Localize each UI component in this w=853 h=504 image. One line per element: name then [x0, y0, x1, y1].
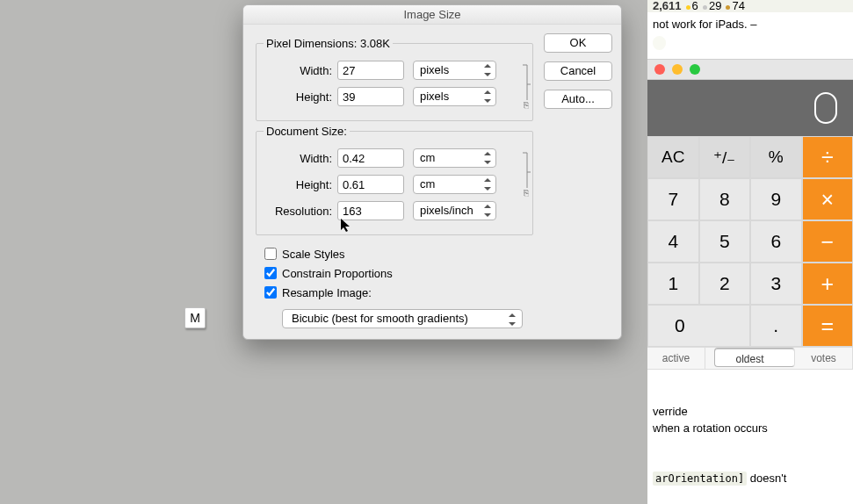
calc-0-button[interactable]: 0	[647, 305, 750, 347]
silver-count: 29	[709, 0, 721, 12]
calc-divide-button[interactable]: ÷	[802, 136, 854, 178]
chevrons-icon	[508, 313, 517, 326]
scale-styles-checkbox[interactable]: Scale Styles	[264, 244, 533, 263]
constrain-bracket-icon: ⎘	[518, 64, 534, 110]
document-size-legend: Document Size:	[264, 125, 350, 138]
calc-2-button[interactable]: 2	[699, 263, 751, 305]
dialog-title: Image Size	[243, 5, 621, 25]
calc-4-button[interactable]: 4	[647, 220, 699, 263]
constrain-label: Constrain Proportions	[282, 267, 393, 280]
px-height-input[interactable]	[337, 87, 404, 106]
gold-count: 6	[692, 0, 698, 12]
tab-active[interactable]: active	[647, 348, 705, 369]
zoom-traffic-light-icon[interactable]	[690, 64, 700, 75]
tab-oldest[interactable]: oldest	[714, 348, 795, 367]
comment-fragment: not work for iPads. –	[647, 12, 853, 59]
gold-dot-icon	[686, 5, 690, 10]
link-icon: ⎘	[524, 188, 529, 198]
chevrons-icon	[483, 64, 492, 76]
close-traffic-light-icon[interactable]	[654, 64, 665, 75]
doc-width-input[interactable]	[337, 148, 404, 168]
pixel-dimensions-group: Pixel Dimensions: 3.08K Width: pixels He…	[256, 37, 533, 121]
answer-fragment: verride when a rotation occurs arOrienta…	[647, 370, 853, 487]
answer-line1: verride	[653, 405, 688, 418]
reputation-badges: 2,611 6 29 74	[647, 0, 853, 12]
scale-styles-box[interactable]	[264, 248, 277, 260]
doc-height-label: Height:	[264, 178, 337, 191]
minimize-traffic-light-icon[interactable]	[672, 64, 683, 75]
resample-label: Resample Image:	[282, 286, 372, 299]
image-size-dialog: Image Size Pixel Dimensions: 3.08K Width…	[242, 4, 622, 340]
calculator-window: AC ⁺/₋ % ÷ 7 8 9 × 4 5 6 − 1 2 3 + 0 . =	[647, 59, 853, 347]
calc-3-button[interactable]: 3	[750, 263, 802, 305]
constrain-box[interactable]	[264, 267, 277, 279]
comment-bubble	[653, 36, 666, 50]
calc-plusminus-button[interactable]: ⁺/₋	[699, 136, 751, 178]
calc-9-button[interactable]: 9	[750, 178, 802, 220]
rep-count: 2,611	[653, 0, 682, 12]
calc-minus-button[interactable]: −	[802, 220, 854, 263]
resolution-label: Resolution:	[264, 205, 337, 218]
calc-8-button[interactable]: 8	[699, 178, 751, 220]
px-width-unit-select[interactable]: pixels	[413, 61, 496, 80]
answer-sort-tabs: active oldest votes	[647, 347, 853, 370]
tab-votes[interactable]: votes	[795, 348, 853, 369]
doc-width-unit-select[interactable]: cm	[413, 148, 496, 168]
silver-dot-icon	[703, 5, 707, 10]
px-width-input[interactable]	[337, 61, 404, 80]
cancel-button[interactable]: Cancel	[544, 61, 612, 81]
link-icon: ⎘	[524, 100, 529, 110]
resample-method-select[interactable]: Bicubic (best for smooth gradients)	[282, 309, 523, 328]
constrain-proportions-checkbox[interactable]: Constrain Proportions	[264, 263, 533, 283]
resample-image-checkbox[interactable]: Resample Image:	[264, 283, 533, 302]
bronze-count: 74	[732, 0, 744, 12]
document-size-group: Document Size: Width: cm Height: cm Reso…	[256, 125, 533, 235]
doc-width-label: Width:	[264, 152, 337, 165]
calc-6-button[interactable]: 6	[750, 220, 802, 263]
resolution-input[interactable]	[337, 201, 404, 220]
auto-button[interactable]: Auto...	[544, 90, 612, 109]
answer-line2: when a rotation occurs	[653, 421, 768, 435]
window-controls	[647, 59, 853, 80]
chevrons-icon	[483, 152, 492, 164]
pixel-dimensions-legend: Pixel Dimensions: 3.08K	[264, 37, 393, 50]
resolution-unit-select[interactable]: pixels/inch	[413, 201, 496, 220]
chevrons-icon	[483, 90, 492, 103]
calc-7-button[interactable]: 7	[647, 178, 699, 220]
display-zero-icon	[814, 92, 837, 124]
background-apps-strip: 2,611 6 29 74 not work for iPads. – AC ⁺…	[647, 0, 853, 504]
calc-percent-button[interactable]: %	[750, 136, 802, 178]
calc-1-button[interactable]: 1	[647, 263, 699, 305]
chevrons-icon	[483, 205, 492, 217]
answer-after-code: doesn't	[747, 472, 786, 485]
chevrons-icon	[483, 178, 492, 191]
doc-height-input[interactable]	[337, 175, 404, 194]
calc-equals-button[interactable]: =	[802, 305, 854, 347]
bronze-dot-icon	[726, 5, 730, 10]
calc-display	[647, 80, 853, 136]
px-height-unit-select[interactable]: pixels	[413, 87, 496, 106]
calc-5-button[interactable]: 5	[699, 220, 751, 263]
px-height-label: Height:	[264, 90, 337, 104]
doc-height-unit-select[interactable]: cm	[413, 175, 496, 194]
resample-box[interactable]	[264, 286, 277, 299]
px-width-label: Width:	[264, 64, 337, 77]
constrain-bracket-icon: ⎘	[518, 152, 534, 198]
ok-button[interactable]: OK	[544, 33, 612, 53]
calc-multiply-button[interactable]: ×	[802, 178, 854, 220]
m-tile[interactable]: M	[184, 307, 206, 328]
calc-plus-button[interactable]: +	[802, 263, 854, 305]
scale-styles-label: Scale Styles	[282, 248, 345, 261]
answer-code: arOrientation]	[653, 472, 747, 486]
calc-ac-button[interactable]: AC	[647, 136, 699, 178]
calc-decimal-button[interactable]: .	[750, 305, 802, 347]
